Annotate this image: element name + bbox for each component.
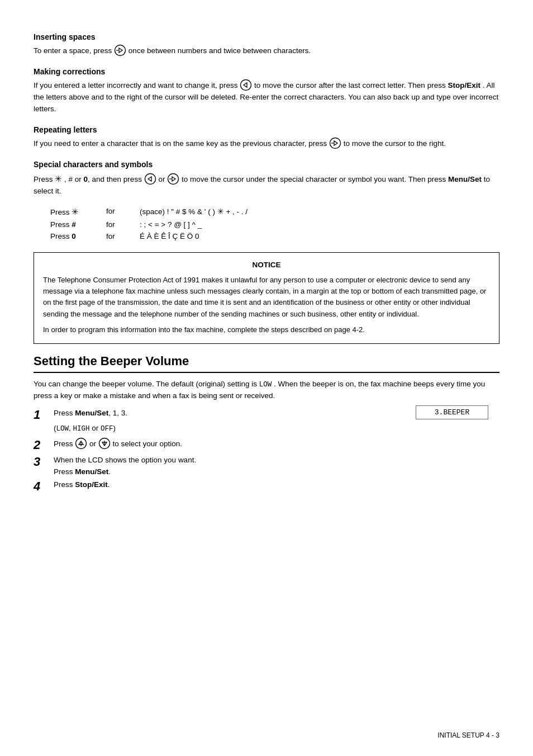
inserting-spaces-body: To enter a space, press once between num…	[34, 45, 499, 57]
step-3-number: 3	[34, 455, 54, 469]
inserting-spaces-text-after: once between numbers and twice between c…	[129, 46, 311, 55]
step-4-number: 4	[34, 479, 54, 494]
notice-para2: In order to program this information int…	[43, 324, 490, 336]
step-1-number: 1	[34, 408, 54, 422]
step-3-row: 3 When the LCD shows the option you want…	[34, 455, 499, 478]
press-for-1: for	[106, 205, 140, 219]
special-characters-heading: Special characters and symbols	[34, 160, 499, 169]
repeating-letters-text2: to move the cursor to the right.	[344, 139, 446, 147]
press-chars-zero: É À È Ê Î Ç Ë Ö 0	[140, 230, 256, 242]
table-row: Press # for : ; < = > ? @ [ ] ^ _	[50, 219, 256, 230]
table-row: Press ✳ for (space) ! " # $ % & ' ( ) ✳ …	[50, 205, 256, 219]
notice-box: NOTICE The Telephone Consumer Protection…	[34, 252, 499, 344]
step-2-content: Press or to select your option.	[54, 438, 499, 450]
press-key-star: Press ✳	[50, 205, 106, 219]
press-key-hash: Press #	[50, 219, 106, 230]
left-arrow-icon-2	[144, 173, 156, 185]
step-1-row: 1 Press Menu/Set, 1, 3. (LOW, HIGH or OF…	[34, 408, 499, 437]
step-4-content: Press Stop/Exit.	[54, 479, 499, 491]
making-corrections-heading: Making corrections	[34, 67, 499, 76]
right-arrow-icon-3	[167, 173, 179, 185]
svg-marker-11	[172, 177, 175, 181]
svg-marker-6	[334, 141, 337, 145]
step-1-sub: (LOW, HIGH or OFF)	[54, 423, 416, 434]
inserting-spaces-text-before: To enter a space, press	[34, 46, 112, 55]
footer: INITIAL SETUP 4 - 3	[437, 731, 499, 739]
press-for-2: for	[106, 219, 140, 230]
step-2-number: 2	[34, 438, 54, 452]
notice-title: NOTICE	[43, 261, 490, 269]
making-corrections-text1: If you entered a letter incorrectly and …	[34, 81, 237, 89]
right-arrow-icon	[114, 44, 126, 56]
special-characters-body: Press ✳ , # or 0, and then press or to m…	[34, 172, 499, 197]
up-arrow-icon	[75, 437, 87, 450]
press-chars-star: (space) ! " # $ % & ' ( ) ✳ + , - . /	[140, 205, 256, 219]
step-4-row: 4 Press Stop/Exit.	[34, 479, 499, 494]
notice-para1: The Telephone Consumer Protection Act of…	[43, 275, 490, 320]
special-characters-section: Special characters and symbols Press ✳ ,…	[34, 160, 499, 242]
repeating-letters-section: Repeating letters If you need to enter a…	[34, 125, 499, 150]
making-corrections-text2: to move the cursor after the last correc…	[254, 81, 446, 89]
svg-marker-9	[148, 177, 151, 181]
section-divider	[34, 372, 499, 373]
down-arrow-icon	[98, 437, 111, 450]
press-chars-hash: : ; < = > ? @ [ ] ^ _	[140, 219, 256, 230]
table-row: Press 0 for É À È Ê Î Ç Ë Ö 0	[50, 230, 256, 242]
press-key-zero: Press 0	[50, 230, 106, 242]
making-corrections-stop-exit: Stop/Exit	[448, 81, 480, 89]
step-2-row: 2 Press or to select your option.	[34, 438, 499, 452]
star-symbol: ✳	[55, 174, 62, 183]
svg-marker-4	[244, 83, 247, 87]
step-1-content: Press Menu/Set, 1, 3.	[54, 408, 416, 419]
svg-point-3	[241, 80, 251, 91]
beeper-section-title: Setting the Beeper Volume	[34, 354, 499, 368]
repeating-letters-body: If you need to enter a character that is…	[34, 138, 499, 150]
left-arrow-icon	[240, 79, 252, 91]
footer-text: INITIAL SETUP 4 - 3	[437, 731, 499, 739]
steps-container: 1 Press Menu/Set, 1, 3. (LOW, HIGH or OF…	[34, 408, 499, 494]
making-corrections-section: Making corrections If you entered a lett…	[34, 67, 499, 115]
repeating-letters-heading: Repeating letters	[34, 125, 499, 134]
making-corrections-body: If you entered a letter incorrectly and …	[34, 79, 499, 115]
beeper-section: Setting the Beeper Volume You can change…	[34, 354, 499, 494]
repeating-letters-text1: If you need to enter a character that is…	[34, 139, 327, 147]
inserting-spaces-heading: Inserting spaces	[34, 32, 499, 41]
right-arrow-icon-2	[329, 137, 341, 149]
step-3-content: When the LCD shows the option you want. …	[54, 455, 499, 478]
svg-point-8	[145, 174, 155, 185]
press-for-3: for	[106, 230, 140, 242]
beeper-intro: You can change the beeper volume. The de…	[34, 379, 499, 402]
inserting-spaces-section: Inserting spaces To enter a space, press…	[34, 32, 499, 57]
press-table: Press ✳ for (space) ! " # $ % & ' ( ) ✳ …	[50, 205, 256, 242]
lcd-display: 3.BEEPER	[416, 405, 488, 419]
svg-marker-1	[119, 48, 122, 53]
